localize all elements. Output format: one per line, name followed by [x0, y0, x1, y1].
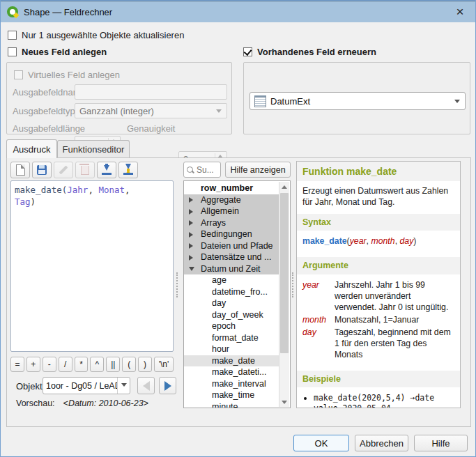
output-field-type-value: Ganzzahl (integer): [79, 106, 154, 116]
operator-buttons: = + - / * ^ || ( ) '\n': [10, 357, 174, 372]
checkbox-unchecked[interactable]: [8, 47, 17, 56]
new-expression-button[interactable]: [10, 162, 30, 178]
arrow-left-icon: [143, 381, 150, 391]
output-field-length-label: Ausgabefeldlänge: [13, 123, 85, 134]
feature-value: 1oor - Dg05 / LeAD01: [43, 381, 117, 391]
function-group-date-time[interactable]: Datum und Zeit: [184, 263, 279, 275]
expression-field: Tag: [15, 196, 31, 207]
help-button[interactable]: Hilfe: [414, 435, 468, 451]
update-selected-checkbox[interactable]: Nur 1 ausgewählte Objekte aktualisieren: [8, 30, 184, 40]
edit-expression-button: [54, 162, 73, 178]
expression-editor[interactable]: make_date(Jahr, Monat,Tag): [10, 180, 174, 352]
examples-list: make_date(2020,5,4) →date value 2020-05-…: [297, 387, 460, 408]
expression-field: Jahr: [67, 185, 88, 195]
operator-minus-button[interactable]: -: [43, 357, 56, 372]
tab-function-editor[interactable]: Funktionseditor: [57, 140, 130, 157]
existing-field-group: DatumExt: [243, 62, 470, 134]
syntax-arg-day: day: [399, 236, 413, 246]
function-item-minute[interactable]: minute: [184, 401, 279, 409]
syntax-heading: Syntax: [297, 214, 460, 231]
function-item-datetime-from[interactable]: datetime_fro...: [184, 286, 279, 298]
operator-power-button[interactable]: ^: [90, 357, 104, 372]
operator-close-paren-button[interactable]: ): [138, 357, 152, 372]
operator-newline-button[interactable]: '\n': [154, 357, 174, 372]
chevron-right-icon: [189, 220, 193, 226]
function-group-aggregate[interactable]: Aggregate: [184, 194, 279, 206]
function-item-make-datetime[interactable]: make_dateti...: [184, 366, 279, 378]
function-list[interactable]: row_number Aggregate Allgemein Arrays Be…: [183, 180, 291, 408]
delete-expression-button: [75, 162, 95, 178]
operator-divide-button[interactable]: /: [59, 357, 72, 372]
feature-label: Objekt: [16, 381, 43, 392]
function-list-scrollbar[interactable]: [279, 182, 289, 407]
operator-concat-button[interactable]: ||: [106, 357, 120, 372]
splitter-handle[interactable]: [176, 272, 181, 297]
checkbox-unchecked[interactable]: [8, 31, 17, 40]
scroll-down-icon[interactable]: [279, 397, 289, 407]
virtual-field-checkbox[interactable]: Virtuelles Feld anlegen: [14, 70, 120, 80]
operator-plus-button[interactable]: +: [26, 357, 40, 372]
function-item-row-number[interactable]: row_number: [184, 183, 279, 194]
operator-equals-button[interactable]: =: [10, 357, 24, 372]
operator-multiply-button[interactable]: *: [75, 357, 89, 372]
next-feature-button[interactable]: [159, 377, 176, 394]
scrollbar-thumb[interactable]: [280, 193, 289, 353]
checkbox-checked[interactable]: [243, 47, 252, 56]
function-item-day-of-week[interactable]: day_of_week: [184, 309, 279, 321]
chevron-down-icon: [454, 100, 460, 103]
import-arrow-icon: [102, 165, 112, 175]
preview-row: Vorschau:<Datum: 2010-06-23>: [16, 398, 148, 408]
tab-expression[interactable]: Ausdruck: [6, 139, 57, 158]
function-item-day[interactable]: day: [184, 297, 279, 309]
create-new-field-checkbox[interactable]: Neues Feld anlegen: [8, 47, 107, 57]
output-field-type-label: Ausgabefeldtyp: [13, 106, 75, 116]
show-help-button[interactable]: Hilfe anzeigen: [225, 162, 291, 178]
function-item-format-date[interactable]: format_date: [184, 332, 279, 344]
function-item-hour[interactable]: hour: [184, 343, 279, 355]
syntax-paren: ): [413, 236, 416, 246]
function-item-make-interval[interactable]: make_interval: [184, 378, 279, 390]
update-existing-field-checkbox[interactable]: Vorhandenes Feld erneuern: [243, 47, 376, 57]
function-group-arrays[interactable]: Arrays: [184, 217, 279, 229]
help-title: Funktion make_date: [297, 162, 460, 181]
function-item-make-time[interactable]: make_time: [184, 389, 279, 401]
close-icon[interactable]: ×: [445, 1, 475, 22]
save-expression-button[interactable]: [32, 162, 52, 178]
function-item-epoch[interactable]: epoch: [184, 320, 279, 332]
syntax-function-name: make_date: [302, 236, 347, 246]
chevron-right-icon: [189, 243, 193, 249]
title-bar[interactable]: Shape — Feldrechner ×: [1, 1, 475, 22]
operator-open-paren-button[interactable]: (: [122, 357, 136, 372]
function-group-files-paths[interactable]: Dateien und Pfade: [184, 240, 279, 252]
existing-field-select[interactable]: DatumExt: [249, 92, 466, 110]
preview-value: <Datum: 2010-06-23>: [63, 398, 148, 408]
import-expressions-button[interactable]: [97, 162, 116, 178]
cancel-label: Abbrechen: [360, 438, 404, 449]
function-item-make-date[interactable]: make_date: [184, 355, 279, 367]
function-search-box[interactable]: [183, 162, 221, 178]
checkbox-unchecked[interactable]: [14, 70, 23, 79]
chevron-right-icon: [189, 197, 193, 203]
expression-separator: ): [31, 196, 36, 207]
expression-field: Monat: [98, 185, 125, 195]
window-title: Shape — Feldrechner: [24, 7, 112, 17]
argument-name: month: [302, 315, 335, 326]
virtual-field-label: Virtuelles Feld anlegen: [28, 70, 120, 80]
function-group-conditions[interactable]: Bedingungen: [184, 228, 279, 240]
update-selected-label: Nur 1 ausgewählte Objekte aktualisieren: [22, 30, 184, 40]
syntax-arg-year: year: [350, 236, 367, 246]
ok-button[interactable]: OK: [293, 435, 349, 451]
export-arrow-icon: [123, 165, 133, 175]
search-input[interactable]: [195, 164, 217, 176]
function-item-age[interactable]: age: [184, 274, 279, 286]
function-help-panel: Funktion make_date Erzeugt einen Datumsw…: [296, 161, 461, 408]
expression-toolbar: [10, 162, 138, 178]
output-field-type-select[interactable]: Ganzzahl (integer): [75, 103, 227, 118]
feature-select[interactable]: 1oor - Dg05 / LeAD01: [43, 377, 130, 394]
scroll-up-icon[interactable]: [279, 182, 289, 192]
export-expressions-button[interactable]: [118, 162, 138, 178]
cancel-button[interactable]: Abbrechen: [355, 435, 408, 451]
function-group-records[interactable]: Datensätze und ...: [184, 251, 279, 263]
output-field-name-input[interactable]: [75, 84, 227, 100]
function-group-general[interactable]: Allgemein: [184, 206, 279, 217]
